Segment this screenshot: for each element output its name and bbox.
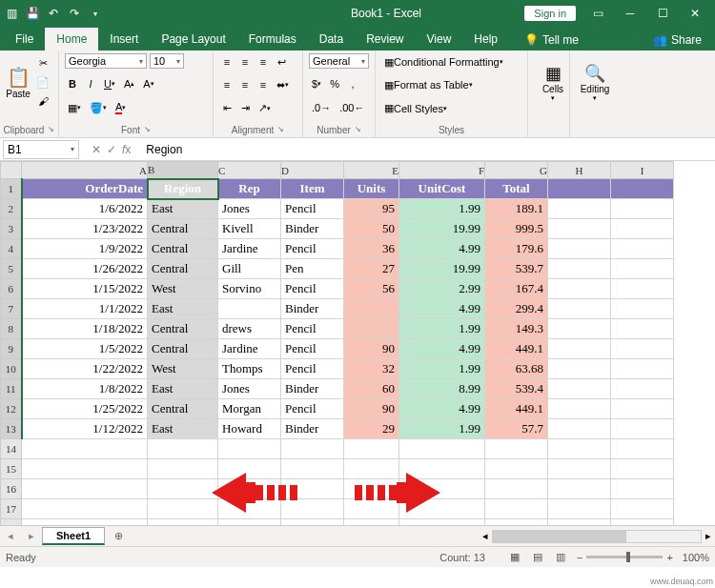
cell[interactable]: [281, 459, 344, 479]
cell[interactable]: Region: [148, 179, 218, 199]
row-header[interactable]: 13: [1, 419, 22, 439]
increase-indent-icon[interactable]: ⇥: [237, 100, 253, 117]
share-button[interactable]: 👥 Share: [644, 30, 711, 51]
cells-button[interactable]: ▦ Cells ▾: [534, 53, 572, 111]
cell[interactable]: [611, 259, 674, 279]
cell[interactable]: OrderDate: [22, 179, 148, 199]
cell[interactable]: [548, 299, 611, 319]
cell[interactable]: 1/22/2022: [22, 359, 148, 379]
cell[interactable]: Pencil: [281, 239, 344, 259]
format-painter-icon[interactable]: 🖌: [33, 92, 52, 110]
cell[interactable]: 2.99: [399, 279, 485, 299]
font-name-select[interactable]: Georgia▾: [65, 53, 147, 69]
cell[interactable]: 1/26/2022: [22, 259, 148, 279]
cell[interactable]: 8.99: [399, 379, 485, 399]
cell[interactable]: Central: [148, 259, 218, 279]
orientation-icon[interactable]: ↗▾: [255, 100, 274, 117]
cell[interactable]: [548, 419, 611, 439]
cell[interactable]: 4.99: [399, 339, 485, 359]
save-icon[interactable]: 💾: [25, 6, 40, 21]
row-header[interactable]: 15: [1, 459, 22, 479]
cell[interactable]: 179.6: [485, 239, 548, 259]
tab-home[interactable]: Home: [45, 28, 98, 51]
cell[interactable]: 56: [344, 279, 399, 299]
zoom-in-button[interactable]: +: [666, 552, 672, 563]
cell[interactable]: [485, 519, 548, 526]
cell[interactable]: Pen: [281, 259, 344, 279]
enter-icon[interactable]: ✓: [107, 143, 116, 156]
cell[interactable]: Central: [148, 239, 218, 259]
cell[interactable]: [344, 299, 399, 319]
cell[interactable]: [218, 439, 281, 459]
tab-insert[interactable]: Insert: [98, 28, 150, 51]
cell[interactable]: [611, 419, 674, 439]
cell[interactable]: Kivell: [218, 219, 281, 239]
zoom-out-button[interactable]: −: [577, 552, 582, 563]
cell[interactable]: 1/18/2022: [22, 319, 148, 339]
cell[interactable]: [611, 519, 674, 526]
cell[interactable]: [22, 519, 148, 526]
cell[interactable]: [148, 499, 218, 519]
cell[interactable]: [22, 439, 148, 459]
cell[interactable]: [548, 319, 611, 339]
cell[interactable]: [548, 439, 611, 459]
cell[interactable]: 19.99: [399, 219, 485, 239]
cell[interactable]: Central: [148, 219, 218, 239]
cell[interactable]: [148, 439, 218, 459]
cell[interactable]: 29: [344, 419, 399, 439]
row-header[interactable]: 9: [1, 339, 22, 359]
cell[interactable]: [218, 299, 281, 319]
cell[interactable]: [399, 499, 485, 519]
comma-icon[interactable]: ,: [345, 75, 360, 92]
col-header[interactable]: H: [548, 162, 611, 179]
cell[interactable]: [344, 479, 399, 499]
cell[interactable]: [548, 399, 611, 419]
cell[interactable]: [611, 459, 674, 479]
cell[interactable]: 1/1/2022: [22, 299, 148, 319]
name-box[interactable]: B1▾: [3, 140, 79, 159]
redo-icon[interactable]: ↷: [67, 6, 82, 21]
add-sheet-button[interactable]: ⊕: [105, 530, 133, 542]
cell[interactable]: [548, 499, 611, 519]
cell[interactable]: 32: [344, 359, 399, 379]
cell[interactable]: West: [148, 359, 218, 379]
cell[interactable]: 1.99: [399, 319, 485, 339]
cell[interactable]: [548, 239, 611, 259]
cell[interactable]: drews: [218, 319, 281, 339]
cell[interactable]: 1/5/2022: [22, 339, 148, 359]
cell[interactable]: [281, 499, 344, 519]
page-layout-view-icon[interactable]: ▤: [527, 550, 548, 565]
cell[interactable]: [399, 479, 485, 499]
minimize-button[interactable]: ─: [614, 3, 646, 24]
cell[interactable]: Central: [148, 399, 218, 419]
row-header[interactable]: 16: [1, 479, 22, 499]
cell[interactable]: [399, 439, 485, 459]
cell[interactable]: [485, 439, 548, 459]
cell[interactable]: East: [148, 299, 218, 319]
cell[interactable]: Binder: [281, 219, 344, 239]
cell[interactable]: [344, 459, 399, 479]
cell[interactable]: 36: [344, 239, 399, 259]
sheet-nav-next[interactable]: ▸: [21, 530, 42, 542]
cell[interactable]: 4.99: [399, 239, 485, 259]
col-header[interactable]: A: [22, 162, 148, 179]
cell[interactable]: [218, 459, 281, 479]
cell[interactable]: 539.4: [485, 379, 548, 399]
font-size-select[interactable]: 10▾: [150, 53, 184, 69]
percent-icon[interactable]: %: [327, 75, 342, 92]
cell[interactable]: 4.99: [399, 299, 485, 319]
cell[interactable]: 167.4: [485, 279, 548, 299]
cell[interactable]: Sorvino: [218, 279, 281, 299]
cell[interactable]: [611, 339, 674, 359]
zoom-level[interactable]: 100%: [683, 552, 709, 563]
font-color-button[interactable]: A▾: [112, 99, 129, 116]
copy-icon[interactable]: 📄: [33, 73, 52, 91]
cell[interactable]: [281, 439, 344, 459]
cell[interactable]: Morgan: [218, 399, 281, 419]
merge-center-icon[interactable]: ⬌▾: [274, 76, 292, 93]
cell[interactable]: [281, 479, 344, 499]
cell[interactable]: [548, 259, 611, 279]
cell[interactable]: [485, 499, 548, 519]
format-as-table-button[interactable]: ▦ Format as Table▾: [381, 76, 476, 93]
spreadsheet-grid[interactable]: A B C D E F G H I 1 OrderDate Region Rep…: [0, 161, 674, 525]
